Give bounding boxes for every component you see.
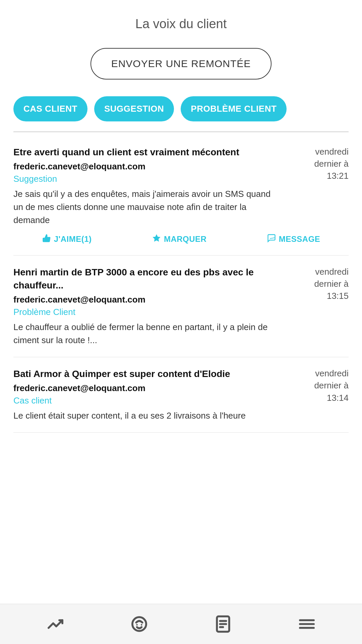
divider [13,131,349,132]
filter-tab-cas-client[interactable]: CAS CLIENT [13,96,87,121]
doc-icon [213,614,233,634]
thumbs-up-icon [42,233,51,245]
like-label: J'AIME(1) [54,234,92,244]
feed-item-title: Etre averti quand un client est vraiment… [13,146,282,159]
mark-button[interactable]: MARQUER [152,233,207,245]
feed-item-left: Etre averti quand un client est vraiment… [13,146,282,227]
feed-item-author: frederic.canevet@eloquant.com [13,161,282,172]
feed-item: Etre averti quand un client est vraiment… [13,136,349,256]
feed-item-left: Bati Armor à Quimper est super content d… [13,367,282,422]
feed-item-tag: Suggestion [13,174,282,184]
filter-tabs-container: CAS CLIENT SUGGESTION PROBLÈME CLIENT [0,90,362,128]
feed-item-author: frederic.canevet@eloquant.com [13,383,282,393]
feed-item-date: vendredi dernier à 13:14 [288,367,349,404]
feed-item-author: frederic.canevet@eloquant.com [13,294,282,305]
feed-item-date: vendredi dernier à 13:21 [288,146,349,182]
svg-marker-0 [153,234,160,241]
nav-item-chat[interactable] [122,611,156,638]
svg-point-5 [141,624,142,626]
feed-item-body: Le chauffeur a oublié de fermer la benne… [13,321,282,347]
mark-label: MARQUER [164,234,207,244]
feed-item-title: Bati Armor à Quimper est super content d… [13,367,282,380]
like-button[interactable]: J'AIME(1) [42,233,92,245]
feed-item-tag: Problème Client [13,307,282,317]
message-label: MESSAGE [279,234,320,244]
feed-item-left: Henri martin de BTP 3000 a encore eu des… [13,266,282,347]
svg-point-4 [136,624,138,626]
filter-tab-probleme-client[interactable]: PROBLÈME CLIENT [181,96,287,121]
feed-item-header: Etre averti quand un client est vraiment… [13,146,349,227]
menu-icon [297,614,317,634]
filter-tab-suggestion[interactable]: SUGGESTION [94,96,174,121]
feed-item-date: vendredi dernier à 13:15 [288,266,349,302]
nav-item-doc[interactable] [206,611,240,638]
nav-item-menu[interactable] [290,611,323,638]
star-icon [152,233,161,245]
feed-item-body: Le client était super content, il a eu s… [13,409,282,422]
page-title: La voix du client [0,0,362,41]
feed-item-title: Henri martin de BTP 3000 a encore eu des… [13,266,282,292]
message-icon [267,233,276,245]
send-button-container: ENVOYER UNE REMONTÉE [0,41,362,90]
feed-item: Henri martin de BTP 3000 a encore eu des… [13,256,349,357]
chart-icon [45,614,65,634]
svg-line-2 [270,238,275,238]
nav-item-chart[interactable] [39,611,72,638]
feed-item-header: Henri martin de BTP 3000 a encore eu des… [13,266,349,347]
message-button[interactable]: MESSAGE [267,233,320,245]
feed-item-body: Je sais qu'il y a des enquêtes, mais j'a… [13,187,282,227]
send-remontee-button[interactable]: ENVOYER UNE REMONTÉE [90,48,272,79]
chat-icon [129,614,149,634]
feed-item: Bati Armor à Quimper est super content d… [13,357,349,433]
bottom-nav [0,604,362,644]
feed-item-tag: Cas client [13,395,282,406]
feed-item-header: Bati Armor à Quimper est super content d… [13,367,349,422]
feed-item-actions: J'AIME(1) MARQUER MESSAG [13,227,349,245]
feed-container: Etre averti quand un client est vraiment… [0,136,362,604]
